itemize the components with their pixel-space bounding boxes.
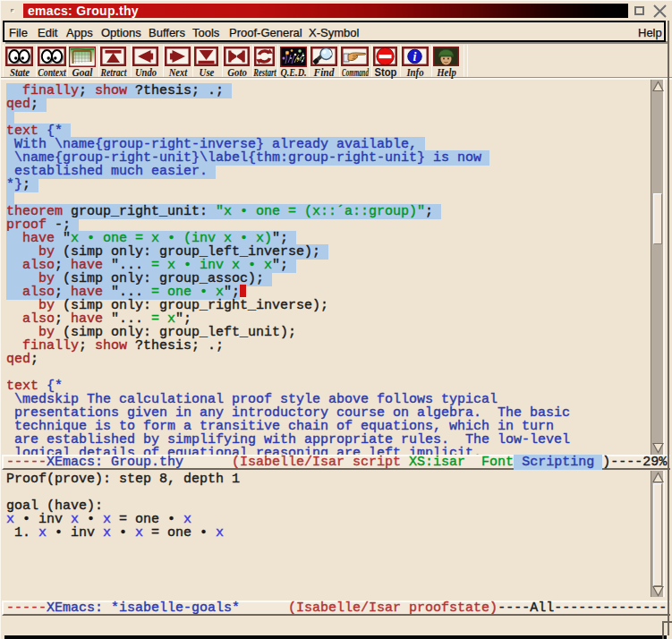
svg-text:i: i [413, 50, 417, 64]
